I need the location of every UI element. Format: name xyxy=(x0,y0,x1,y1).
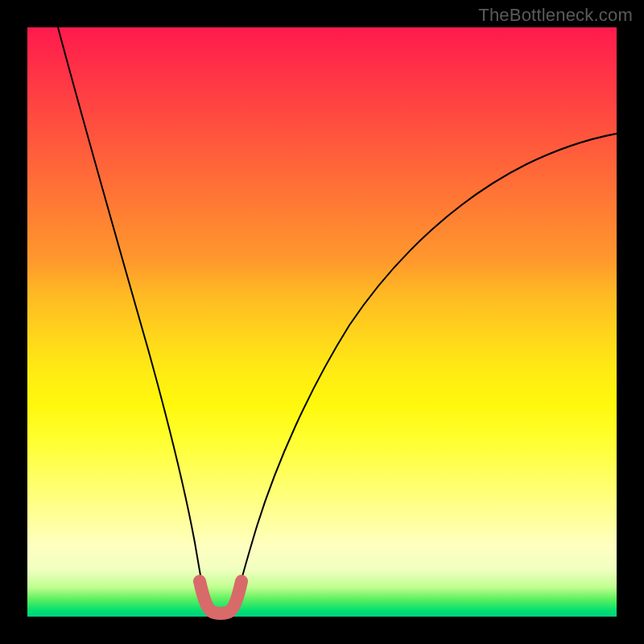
chart-frame: TheBottleneck.com xyxy=(0,0,644,644)
curve-left-branch xyxy=(58,27,206,604)
watermark-text: TheBottleneck.com xyxy=(478,5,633,26)
chart-svg xyxy=(27,27,617,617)
chart-plot-area xyxy=(27,27,617,617)
valley-marker xyxy=(200,581,242,613)
curve-right-branch xyxy=(235,134,617,604)
